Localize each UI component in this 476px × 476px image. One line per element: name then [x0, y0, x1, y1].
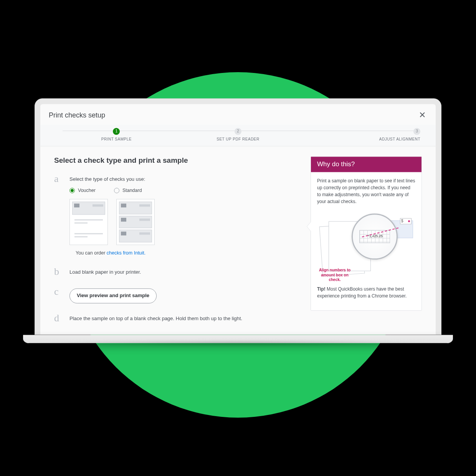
- check-thumb-voucher[interactable]: [69, 199, 108, 245]
- step-letter-d: d: [54, 313, 63, 323]
- step-setup-pdf[interactable]: 2 SET UP PDF READER: [177, 127, 299, 141]
- why-do-this-card: Why do this? Print a sample on blank pap…: [311, 156, 422, 311]
- close-icon[interactable]: ✕: [417, 109, 427, 121]
- step-label-2: SET UP PDF READER: [177, 137, 299, 141]
- step-letter-c: c: [54, 287, 63, 303]
- dollar-box: $: [400, 218, 412, 224]
- radio-dot-icon: [69, 188, 75, 193]
- laptop-frame: Print checks setup ✕ 1 PRINT SAMPLE 2 SE…: [35, 98, 441, 343]
- card-body-text: Print a sample on blank paper to see if …: [317, 177, 415, 205]
- step-label-1: PRINT SAMPLE: [56, 137, 177, 141]
- step-adjust-alignment[interactable]: 3 ADJUST ALIGNMENT: [299, 127, 420, 141]
- magnifier-icon: **1,425.25: [352, 213, 398, 259]
- step-d-text: Place the sample on top of a blank check…: [69, 313, 300, 323]
- page-heading: Select a check type and print a sample: [54, 156, 300, 165]
- window-header: Print checks setup ✕: [40, 104, 436, 125]
- step-letter-a: a: [54, 174, 63, 257]
- step-dot-3: 3: [413, 128, 420, 135]
- tip-text: Tip! Most QuickBooks users have the best…: [317, 286, 415, 299]
- wizard-stepper: 1 PRINT SAMPLE 2 SET UP PDF READER 3 ADJ…: [40, 125, 436, 146]
- check-thumb-standard[interactable]: [116, 199, 155, 245]
- card-title: Why do this?: [311, 157, 421, 172]
- step-label-3: ADJUST ALIGNMENT: [299, 137, 420, 141]
- window-title: Print checks setup: [49, 111, 105, 119]
- step-dot-2: 2: [235, 128, 241, 135]
- alignment-illustration: $ **1,425.25 Align numbers to amount box…: [317, 210, 415, 283]
- step-d: d Place the sample on top of a blank che…: [54, 313, 300, 323]
- step-b: b Load blank paper in your printer.: [54, 267, 300, 277]
- radio-standard-label: Standard: [122, 187, 142, 194]
- illus-caption: Align numbers to amount box on check.: [317, 268, 352, 283]
- step-b-text: Load blank paper in your printer.: [69, 267, 300, 277]
- order-checks-link[interactable]: checks from Intuit.: [107, 250, 145, 256]
- step-c: c View preview and print sample: [54, 287, 300, 303]
- step-a: a Select the type of checks you use: Vou…: [54, 174, 300, 257]
- illus-amount: **1,425.25: [359, 230, 390, 243]
- main-content: Select a check type and print a sample a…: [54, 156, 300, 327]
- radio-voucher-label: Voucher: [78, 187, 96, 194]
- tip-body: Most QuickBooks users have the best expe…: [317, 286, 407, 299]
- radio-voucher[interactable]: Voucher: [69, 187, 96, 194]
- step-letter-b: b: [54, 267, 63, 277]
- laptop-base: [23, 335, 453, 343]
- order-prefix: You can order: [76, 250, 107, 256]
- step-print-sample[interactable]: 1 PRINT SAMPLE: [56, 127, 177, 141]
- radio-standard[interactable]: Standard: [114, 187, 142, 194]
- app-window: Print checks setup ✕ 1 PRINT SAMPLE 2 SE…: [40, 104, 436, 334]
- radio-dot-icon: [114, 188, 119, 193]
- step-dot-1: 1: [113, 128, 120, 135]
- order-checks-line: You can order checks from Intuit.: [76, 250, 300, 257]
- step-a-text: Select the type of checks you use:: [69, 175, 300, 183]
- preview-print-button[interactable]: View preview and print sample: [69, 289, 157, 303]
- tip-label: Tip!: [317, 286, 326, 292]
